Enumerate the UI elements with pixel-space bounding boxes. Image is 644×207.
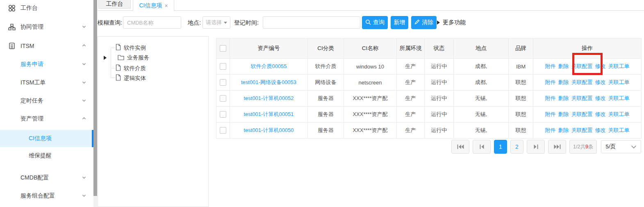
register-date-label: 登记时间:: [234, 16, 259, 29]
page-number-1[interactable]: 1: [494, 140, 507, 154]
page-number-2[interactable]: 2: [510, 140, 523, 154]
action-delete[interactable]: 删除: [558, 79, 569, 85]
search-button[interactable]: 查询: [362, 16, 388, 29]
action-related-ticket[interactable]: 关联工单: [608, 63, 630, 69]
asset-no-link[interactable]: test001-计算机00052: [243, 95, 294, 101]
action-attachment[interactable]: 附件: [545, 63, 556, 69]
sidebar-item-asset-mgmt[interactable]: 资产管理: [0, 112, 93, 125]
asset-no-link[interactable]: test001-计算机00051: [243, 111, 294, 117]
action-related-ticket[interactable]: 关联工单: [608, 111, 630, 117]
file-icon: [115, 64, 121, 72]
action-modify[interactable]: 修改: [595, 127, 606, 133]
table-row: test001-计算机00052 服务器 XXX****资产配 生产 运行中 无…: [216, 91, 642, 107]
sidebar-item-label: 维保提醒: [29, 152, 93, 159]
asset-no-link[interactable]: test001-计算机00050: [243, 127, 294, 133]
action-related-config[interactable]: 关联配置: [571, 95, 593, 101]
sidebar-item-label: ITSM工单: [20, 79, 82, 86]
select-all-checkbox[interactable]: [220, 45, 226, 52]
tab-label: CI信息项: [139, 2, 162, 9]
action-related-config[interactable]: 关联配置: [571, 111, 593, 117]
last-page-button[interactable]: [548, 140, 566, 154]
action-attachment[interactable]: 附件: [545, 111, 556, 117]
tree-connector: [111, 77, 115, 78]
pagination: 1 2 1/2共9条 5/页: [451, 140, 641, 154]
tree-node-label: 逻辑实体: [124, 75, 146, 82]
clear-button[interactable]: 清除: [411, 16, 437, 29]
row-checkbox[interactable]: [220, 63, 226, 70]
sidebar-item-label: 资产管理: [20, 115, 82, 123]
tree-node-business-service[interactable]: 业务服务: [104, 54, 149, 61]
scrollbar-thumb[interactable]: [93, 0, 97, 196]
chevron-down-icon: [82, 193, 86, 199]
action-delete[interactable]: 删除: [558, 63, 569, 69]
location-select-value: 请选择: [206, 19, 222, 26]
page-size-select[interactable]: 5/页: [601, 140, 641, 153]
action-modify[interactable]: 修改: [595, 95, 606, 101]
more-functions-button[interactable]: 更多功能: [437, 16, 466, 29]
col-header-asset-no: 资产编号: [230, 39, 308, 59]
row-checkbox[interactable]: [220, 127, 226, 134]
sidebar-item-collab-mgmt[interactable]: 协同管理: [0, 20, 93, 34]
sidebar-item-label: 服务组合配置: [20, 192, 82, 200]
action-related-ticket[interactable]: 关联工单: [608, 79, 630, 85]
chevron-down-icon: [82, 80, 86, 86]
org-icon: [8, 23, 16, 31]
action-modify[interactable]: 修改: [595, 111, 606, 117]
tree-node-label: 软件实例: [124, 44, 146, 52]
total-count: 9: [585, 144, 588, 150]
sidebar-item-itsm-tickets[interactable]: ITSM工单: [0, 76, 93, 89]
prev-page-button[interactable]: [473, 140, 491, 154]
tree-node-logical-entity[interactable]: 逻辑实体: [115, 74, 146, 82]
tree-connector: [111, 48, 115, 48]
asset-no-link[interactable]: 软件介质00055: [250, 63, 287, 69]
expander-triangle-icon[interactable]: [104, 56, 107, 60]
tab-bar: 工作台 CI信息项 ×: [97, 0, 644, 11]
asset-no-link[interactable]: test001-网络设备00053: [241, 79, 296, 85]
sidebar-item-ci-items[interactable]: CI信息项: [0, 130, 93, 147]
tree-node-software-media[interactable]: 软件介质: [115, 64, 146, 72]
chevron-down-icon: [82, 175, 86, 181]
close-icon[interactable]: ×: [164, 3, 168, 9]
col-header-env: 所属环境: [397, 39, 425, 59]
register-date-input[interactable]: [263, 16, 360, 29]
grid-icon: [8, 4, 16, 12]
action-attachment[interactable]: 附件: [545, 95, 556, 101]
action-delete[interactable]: 删除: [558, 111, 569, 117]
col-header-location: 地点: [454, 39, 509, 59]
sidebar-item-service-combo-config[interactable]: 服务组合配置: [0, 189, 93, 202]
location-select[interactable]: 请选择: [203, 16, 230, 29]
add-button[interactable]: 新增: [391, 16, 408, 29]
row-checkbox[interactable]: [220, 79, 226, 86]
action-related-ticket[interactable]: 关联工单: [608, 127, 630, 133]
chevron-down-icon: [631, 144, 637, 150]
action-attachment[interactable]: 附件: [545, 79, 556, 85]
col-header-ci-name: CI名称: [344, 39, 397, 59]
pencil-icon: [414, 19, 420, 26]
sidebar-item-maintenance-reminder[interactable]: 维保提醒: [0, 149, 93, 162]
action-related-config[interactable]: 关联配置: [571, 127, 593, 133]
row-checkbox[interactable]: [220, 111, 226, 118]
sidebar-item-cmdb-config[interactable]: CMDB配置: [0, 171, 93, 184]
action-related-ticket[interactable]: 关联工单: [608, 95, 630, 101]
sidebar-item-label: 工作台: [20, 5, 93, 12]
tab-ci-items[interactable]: CI信息项 ×: [133, 0, 174, 11]
fuzzy-query-input[interactable]: [123, 16, 181, 29]
chevron-down-icon: [82, 61, 86, 68]
folder-icon: [118, 55, 124, 61]
row-checkbox[interactable]: [220, 95, 226, 102]
first-page-button[interactable]: [451, 140, 469, 154]
action-related-config[interactable]: 关联配置: [571, 79, 593, 85]
next-page-button[interactable]: [527, 140, 545, 154]
action-modify[interactable]: 修改: [595, 79, 606, 85]
sidebar-scrollbar[interactable]: [93, 0, 97, 207]
tree-node-software-instance[interactable]: 软件实例: [115, 44, 146, 52]
sidebar-item-workbench[interactable]: 工作台: [0, 2, 93, 15]
action-delete[interactable]: 删除: [558, 127, 569, 133]
action-attachment[interactable]: 附件: [545, 127, 556, 133]
caret-down-icon: [224, 22, 227, 24]
sidebar-item-scheduled-tasks[interactable]: 定时任务: [0, 94, 93, 107]
sidebar-item-itsm[interactable]: ITSM: [0, 39, 93, 52]
sidebar-item-service-request[interactable]: 服务申请: [0, 58, 93, 71]
tab-workbench[interactable]: 工作台: [98, 0, 131, 9]
action-delete[interactable]: 删除: [558, 95, 569, 101]
